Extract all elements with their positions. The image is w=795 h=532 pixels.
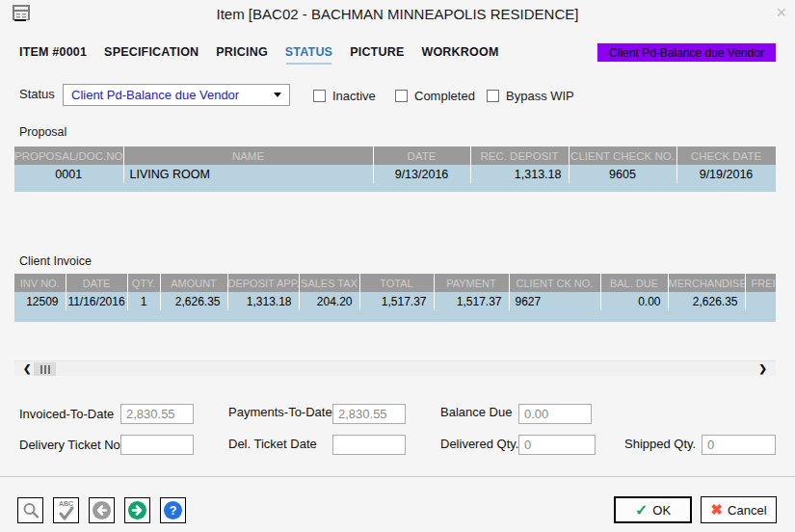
empty-row: [14, 183, 776, 192]
status-dropdown[interactable]: Client Pd-Balance due Vendor: [63, 84, 290, 106]
search-button[interactable]: [17, 497, 43, 523]
balance-due-label: Balance Due: [440, 405, 512, 419]
column-header: CLIENT CK NO.: [509, 274, 600, 292]
column-header: CHECK DATE: [676, 146, 776, 165]
del-ticket-date-field[interactable]: [332, 435, 406, 455]
previous-button[interactable]: [89, 497, 115, 523]
scrollbar-thumb[interactable]: [34, 362, 56, 376]
cell-sales-tax: 204.20: [299, 292, 359, 310]
ok-button-label: OK: [652, 503, 671, 518]
column-header: INV NO.: [14, 274, 66, 292]
tab-item-0001[interactable]: ITEM #0001: [19, 45, 87, 63]
column-header: NAME: [123, 146, 373, 165]
shipped-qty-field[interactable]: [702, 435, 776, 455]
next-button[interactable]: [124, 497, 150, 523]
inactive-checkbox[interactable]: Inactive: [313, 89, 376, 103]
cancel-button-label: Cancel: [728, 503, 766, 518]
cell-date: 9/13/2016: [373, 165, 470, 183]
proposal-row[interactable]: 0001 LIVING ROOM 9/13/2016 1,313.18 9605…: [14, 165, 776, 183]
column-header: PROPOSAL/DOC.NO.: [14, 146, 123, 165]
search-icon: [21, 501, 40, 520]
column-header: DATE: [66, 274, 127, 292]
cell-total: 1,517.37: [359, 292, 434, 310]
cell-proposal-doc-no: 0001: [14, 165, 123, 183]
checkbox-box: [487, 90, 499, 102]
question-mark-icon: ?: [163, 500, 183, 520]
column-header: QTY.: [127, 274, 160, 292]
column-header: TOTAL: [359, 274, 434, 292]
cell-rec-deposit: 1,313.18: [470, 165, 569, 183]
invoiced-to-date-label: Invoiced-To-Date: [19, 407, 114, 421]
proposal-header-row: PROPOSAL/DOC.NO. NAME DATE REC. DEPOSIT …: [14, 146, 776, 165]
checkbox-label: Bypass WIP: [506, 89, 574, 103]
column-header: DATE: [373, 146, 470, 165]
column-header: MERCHANDISE: [668, 274, 745, 292]
arrow-left-icon: [92, 500, 112, 520]
scroll-left-icon[interactable]: ❮: [23, 362, 31, 376]
cell-payment: 1,517.37: [434, 292, 509, 310]
close-icon[interactable]: ×: [776, 4, 786, 21]
column-header: REC. DEPOSIT: [470, 146, 569, 165]
cancel-button[interactable]: ✖ Cancel: [701, 496, 777, 523]
chevron-down-icon: [274, 93, 281, 97]
column-header: SALES TAX: [299, 274, 359, 292]
status-field-label: Status: [19, 87, 55, 101]
cell-date: 11/16/2016: [66, 292, 127, 310]
abc-label: ABC: [54, 500, 78, 507]
column-header: FREIGHT: [745, 274, 776, 292]
proposal-section-label: Proposal: [19, 125, 66, 139]
footer-divider: [0, 476, 795, 477]
column-header: DEPOSIT APP.: [227, 274, 299, 292]
arrow-right-icon: [127, 500, 147, 520]
cell-client-check-no: 9605: [569, 165, 676, 183]
cell-client-ck-no: 9627: [509, 292, 600, 310]
checkbox-box: [313, 90, 326, 102]
column-header: PAYMENT: [434, 274, 509, 292]
cell-freight: [745, 292, 776, 310]
del-ticket-date-label: Del. Ticket Date: [228, 437, 317, 451]
tab-status[interactable]: STATUS: [285, 45, 332, 63]
client-invoice-table: INV NO. DATE QTY. AMOUNT DEPOSIT APP. SA…: [14, 274, 776, 323]
column-header: AMOUNT: [160, 274, 227, 292]
cell-merchandise: 2,626.35: [668, 292, 745, 310]
status-dropdown-value: Client Pd-Balance due Vendor: [71, 88, 274, 102]
payments-to-date-label: Payments-To-Date: [228, 405, 332, 419]
tab-pricing[interactable]: PRICING: [216, 45, 268, 63]
spellcheck-button[interactable]: ABC: [53, 497, 79, 523]
completed-checkbox[interactable]: Completed: [395, 89, 475, 103]
payments-to-date-field[interactable]: [332, 404, 406, 424]
empty-row: [14, 310, 776, 322]
delivered-qty-field[interactable]: [518, 435, 596, 455]
shipped-qty-label: Shipped Qty.: [624, 437, 696, 451]
tab-specification[interactable]: SPECIFICATION: [104, 45, 199, 63]
check-icon: ✓: [635, 501, 648, 519]
tab-workroom[interactable]: WORKROOM: [421, 45, 498, 63]
cell-name: LIVING ROOM: [123, 165, 373, 183]
tab-picture[interactable]: PICTURE: [350, 45, 404, 63]
checkbox-label: Inactive: [332, 89, 376, 103]
window-title: Item [BAC02 - BACHMAN MINNEAPOLIS RESIDE…: [0, 6, 795, 22]
cell-inv-no: 12509: [14, 292, 66, 310]
tab-bar: ITEM #0001 SPECIFICATION PRICING STATUS …: [19, 45, 499, 63]
ok-button[interactable]: ✓ OK: [614, 496, 692, 523]
invoice-horizontal-scrollbar[interactable]: ❮ ❯: [14, 360, 776, 376]
delivery-ticket-no-field[interactable]: [120, 435, 194, 455]
invoiced-to-date-field[interactable]: [120, 404, 194, 424]
cell-bal-due: 0.00: [600, 292, 668, 310]
client-invoice-section-label: Client Invoice: [19, 254, 92, 268]
x-icon: ✖: [710, 501, 723, 519]
invoice-header-row: INV NO. DATE QTY. AMOUNT DEPOSIT APP. SA…: [14, 274, 776, 292]
cell-qty: 1: [127, 292, 160, 310]
cell-deposit-app: 1,313.18: [227, 292, 299, 310]
column-header: BAL. DUE: [600, 274, 668, 292]
delivered-qty-label: Delivered Qty.: [440, 437, 518, 451]
cell-check-date: 9/19/2016: [676, 165, 776, 183]
bypass-wip-checkbox[interactable]: Bypass WIP: [487, 89, 574, 103]
invoice-row[interactable]: 12509 11/16/2016 1 2,626.35 1,313.18 204…: [14, 292, 776, 310]
checkbox-label: Completed: [414, 89, 475, 103]
scroll-right-icon[interactable]: ❯: [759, 362, 767, 376]
balance-due-field[interactable]: [518, 404, 592, 424]
proposal-table: PROPOSAL/DOC.NO. NAME DATE REC. DEPOSIT …: [14, 146, 776, 193]
help-button[interactable]: ?: [160, 497, 186, 523]
status-color-banner[interactable]: Client Pd-Balance due Vendor: [597, 43, 776, 62]
